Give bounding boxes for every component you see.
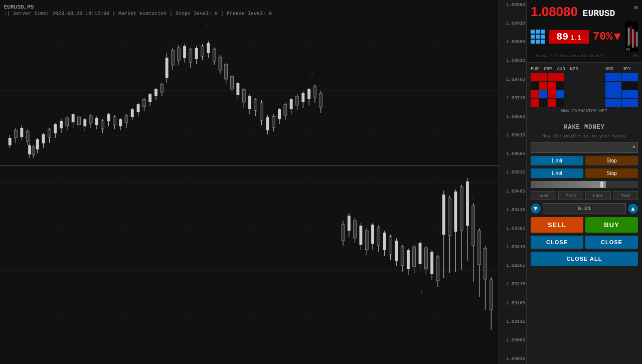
svg-rect-44 xyxy=(78,117,81,125)
trade-input-1[interactable]: ▲ xyxy=(531,142,638,153)
ticker-top: 1.08080 EURUSD xyxy=(531,4,638,20)
svg-text:↓: ↓ xyxy=(205,20,209,28)
sell-button[interactable]: SELL xyxy=(531,217,583,233)
svg-text:↑: ↑ xyxy=(420,290,423,297)
sell-buy-row: SELL BUY xyxy=(531,217,638,233)
ticker-price-container: 1.08080 EURUSD xyxy=(531,4,615,20)
lot-increase-button[interactable]: ▲ xyxy=(628,204,638,214)
ticker-bottom: 89 1.1 70% ▼ xyxy=(531,22,638,52)
price-20: 1.09015 xyxy=(500,356,525,361)
svg-rect-50 xyxy=(95,118,98,125)
tab-lose[interactable]: Lose xyxy=(531,191,556,200)
svg-text:↓: ↓ xyxy=(310,68,314,76)
arrow-down-icon: ▼ xyxy=(614,30,621,44)
percent-text: 70% xyxy=(593,31,613,43)
ticker-stats: 89 1.1 xyxy=(549,30,589,44)
tab-profit[interactable]: Profit xyxy=(558,191,584,200)
rgrid-cell-31 xyxy=(622,99,638,107)
svg-rect-48 xyxy=(89,116,92,123)
rgrid-cell-21 xyxy=(622,90,638,98)
svg-rect-172 xyxy=(460,187,463,231)
trade-slider[interactable] xyxy=(531,181,638,188)
svg-rect-183 xyxy=(490,280,493,310)
limit-button-1[interactable]: Limit xyxy=(531,156,583,165)
broker-label: ↑ MTH4- ™ ©2010-2014 MITRB-MTH xyxy=(531,54,603,58)
limit-button-2[interactable]: Limit xyxy=(531,168,583,178)
svg-rect-146 xyxy=(383,233,386,250)
svg-rect-38 xyxy=(60,121,63,128)
panel-subtitle: Now the wealth is in your hands xyxy=(531,134,638,139)
input-arrow: ▲ xyxy=(632,144,635,149)
svg-text:M5: M5 xyxy=(626,48,630,52)
close-button-1[interactable]: CLOSE xyxy=(531,236,583,249)
svg-rect-162 xyxy=(430,252,433,274)
svg-rect-178 xyxy=(478,231,481,265)
svg-rect-114 xyxy=(278,109,281,119)
aud-label: AUD xyxy=(557,67,565,72)
right-panel: ⊞ 1.08080 EURUSD xyxy=(527,0,642,364)
currency-heatmap: EUR GBP AUD NZD xyxy=(531,67,638,107)
grid-cell-21 xyxy=(539,90,547,98)
maximize-button[interactable]: ⊞ xyxy=(634,4,638,12)
svg-rect-72 xyxy=(160,84,164,92)
svg-rect-64 xyxy=(137,104,140,112)
grid-cell-30 xyxy=(531,99,539,107)
svg-rect-91 xyxy=(213,49,216,61)
left-labels: EUR GBP AUD NZD xyxy=(531,67,578,72)
svg-rect-103 xyxy=(248,96,251,109)
svg-rect-152 xyxy=(401,247,404,266)
svg-rect-30 xyxy=(36,139,39,149)
grid-cell-32 xyxy=(548,99,556,107)
svg-rect-95 xyxy=(225,64,228,79)
svg-rect-81 xyxy=(183,46,186,58)
price-19: 1.09065 xyxy=(500,338,525,343)
tab-look[interactable]: Look xyxy=(585,191,611,200)
stop-button-1[interactable]: Stop xyxy=(585,156,638,165)
lot-value: 0.01 xyxy=(543,203,626,214)
price-11: 1.09465 xyxy=(500,189,525,194)
close-button-2[interactable]: CLOSE xyxy=(585,236,638,249)
main-container: EURUSD,M5 :| Server time: 2023.08.23 19:… xyxy=(0,0,642,364)
price-7: 1.09660 xyxy=(500,114,525,119)
grid-cell-23 xyxy=(556,90,564,98)
svg-rect-75 xyxy=(166,58,169,78)
ticker-decimal: 1.1 xyxy=(570,35,581,42)
svg-rect-127 xyxy=(313,86,316,97)
svg-rect-180 xyxy=(484,248,487,279)
svg-rect-42 xyxy=(72,114,75,122)
svg-rect-87 xyxy=(201,46,204,56)
price-5: 1.09760 xyxy=(500,77,525,82)
svg-rect-52 xyxy=(101,121,104,129)
usd-label: USD xyxy=(605,67,613,72)
tab-trail[interactable]: Trail xyxy=(613,191,638,200)
ticker-price: 1.08080 xyxy=(531,4,578,19)
svg-rect-122 xyxy=(301,93,304,102)
svg-rect-134 xyxy=(348,216,351,231)
grid-cell-31 xyxy=(539,99,547,107)
ticker-symbol: EURUSD xyxy=(583,9,615,19)
lot-decrease-button[interactable]: ▼ xyxy=(531,204,541,214)
buy-button[interactable]: BUY xyxy=(585,217,638,233)
price-ticker: ⊞ 1.08080 EURUSD xyxy=(527,0,642,63)
right-currency-group: USD JPY xyxy=(605,67,638,107)
svg-rect-105 xyxy=(254,99,257,110)
left-currency-group: EUR GBP AUD NZD xyxy=(531,67,578,107)
svg-rect-99 xyxy=(236,83,239,95)
close-all-button[interactable]: CLOSE ALL xyxy=(531,252,638,266)
svg-rect-40 xyxy=(66,118,69,126)
grid-cell-00 xyxy=(531,73,539,81)
svg-rect-21 xyxy=(20,128,23,137)
svg-rect-36 xyxy=(54,124,57,133)
trading-panel: MAKE MONEY Now the wealth is in your han… xyxy=(527,120,642,364)
grid-icon xyxy=(531,30,545,44)
svg-rect-25 xyxy=(28,145,31,154)
right-labels: USD JPY xyxy=(605,67,638,72)
grid-cell-02 xyxy=(548,73,556,81)
price-1: 1.09960 xyxy=(500,3,525,8)
svg-rect-142 xyxy=(371,225,374,244)
svg-rect-138 xyxy=(359,226,362,245)
grid-cell-13 xyxy=(556,82,564,90)
svg-rect-176 xyxy=(472,206,475,246)
stop-button-2[interactable]: Stop xyxy=(585,168,638,178)
svg-rect-70 xyxy=(154,89,157,96)
